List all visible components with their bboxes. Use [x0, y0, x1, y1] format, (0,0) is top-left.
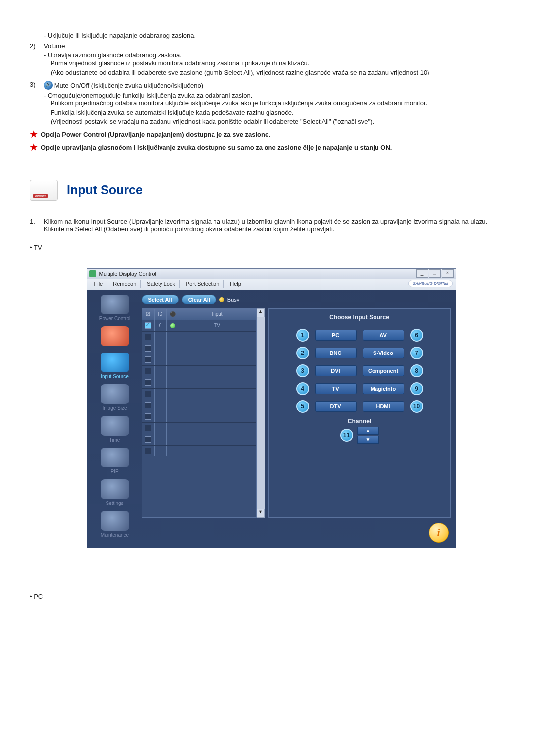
row-checkbox[interactable]	[145, 391, 151, 397]
grid-header: ☑ ID ⚫ Input	[142, 309, 256, 320]
pip-icon	[101, 448, 129, 467]
clear-all-button[interactable]: Clear All	[182, 295, 216, 304]
time-icon	[101, 416, 129, 436]
channel-down-button[interactable]: ▼	[357, 436, 379, 444]
item2-body2: (Ako odustanete od odabira ili odaberete…	[30, 68, 513, 78]
grid-row[interactable]	[142, 343, 256, 354]
note-1: ★ Opcija Power Control (Upravljanje napa…	[30, 130, 513, 140]
mute-icon	[44, 81, 53, 90]
image-size-icon	[101, 384, 129, 404]
row-checkbox[interactable]	[145, 425, 151, 431]
row-checkbox[interactable]	[145, 322, 151, 329]
close-button[interactable]: ×	[442, 269, 454, 278]
item-2: 2) Volume	[30, 42, 513, 50]
menu-safety-lock[interactable]: Safety Lock	[143, 280, 179, 288]
row-checkbox[interactable]	[145, 345, 151, 352]
source-component-button[interactable]: Component	[363, 365, 404, 376]
grid-row[interactable]	[142, 331, 256, 343]
section-title: Input Source	[67, 183, 143, 197]
col-status: ⚫	[167, 309, 179, 320]
col-input: Input	[179, 309, 256, 320]
app-icon	[89, 270, 96, 277]
source-bnc-button[interactable]: BNC	[315, 348, 357, 358]
busy-indicator: Busy	[219, 297, 239, 302]
row-checkbox[interactable]	[145, 413, 151, 420]
info-icon[interactable]: i	[429, 523, 449, 543]
source-svideo-button[interactable]: S-Video	[363, 348, 404, 358]
sidebar-label: Image Size	[92, 405, 138, 411]
sidebar-item-settings[interactable]: Settings	[92, 479, 138, 509]
callout-7: 7	[410, 347, 423, 359]
grid-row[interactable]	[142, 365, 256, 377]
note1-text: Opcija Power Control (Upravljanje napaja…	[41, 130, 513, 140]
minimize-button[interactable]: _	[416, 269, 428, 278]
busy-label: Busy	[227, 297, 239, 302]
sidebar-label: PIP	[92, 469, 138, 474]
menu-remocon[interactable]: Remocon	[109, 280, 141, 288]
menu-port-selection[interactable]: Port Selection	[182, 280, 224, 288]
item2-dash-text: - Upravlja razinom glasnoće odabranog za…	[44, 51, 182, 59]
row-checkbox[interactable]	[145, 356, 151, 363]
grid-container: ☑ ID ⚫ Input 0 TV	[142, 308, 265, 518]
row-id: 0	[155, 320, 167, 331]
callout-3: 3	[296, 364, 309, 377]
item1-dash: - Uključuje ili isključuje napajanje oda…	[30, 32, 513, 39]
col-id: ID	[155, 309, 167, 320]
monitor-grid: ☑ ID ⚫ Input 0 TV	[142, 308, 257, 518]
grid-row-0[interactable]: 0 TV	[142, 320, 256, 331]
row-checkbox[interactable]	[145, 448, 151, 454]
source-magicinfo-button[interactable]: MagicInfo	[363, 383, 404, 394]
scroll-up-button[interactable]: ▲	[257, 308, 265, 317]
item2-body1: Prima vrijednost glasnoće iz postavki mo…	[30, 59, 513, 68]
note-2: ★ Opcije upravljanja glasnoćom i isključ…	[30, 143, 513, 152]
grid-row[interactable]	[142, 422, 256, 434]
sidebar-item-pip[interactable]: PIP	[92, 448, 138, 477]
callout-10: 10	[410, 400, 423, 413]
sidebar-item-input-source[interactable]: Input Source	[92, 353, 138, 382]
grid-row[interactable]	[142, 434, 256, 445]
ol-1: 1. Klikom na ikonu Input Source (Upravlj…	[30, 218, 513, 233]
source-tv-button[interactable]: TV	[315, 383, 357, 394]
grid-scrollbar[interactable]: ▲ ▼	[257, 308, 265, 518]
menu-file[interactable]: File	[90, 280, 107, 288]
panel-title: Choose Input Source	[275, 314, 444, 321]
power-icon	[101, 295, 129, 314]
callout-2: 2	[296, 347, 309, 359]
row-checkbox[interactable]	[145, 368, 151, 374]
scroll-down-button[interactable]: ▼	[257, 509, 265, 518]
channel-up-button[interactable]: ▲	[357, 427, 379, 435]
menu-help[interactable]: Help	[226, 280, 245, 288]
sidebar-item-image-size[interactable]: Image Size	[92, 384, 138, 414]
row-checkbox[interactable]	[145, 436, 151, 443]
sidebar-item-time[interactable]: Time	[92, 416, 138, 446]
grid-row[interactable]	[142, 400, 256, 411]
source-hdmi-button[interactable]: HDMI	[363, 401, 404, 412]
source-av-button[interactable]: AV	[363, 330, 404, 341]
grid-row[interactable]	[142, 388, 256, 400]
app-window: Multiple Display Control _ □ × File Remo…	[87, 268, 456, 548]
window-controls: _ □ ×	[416, 269, 454, 278]
sidebar-item-maintenance[interactable]: Maintenance	[92, 511, 138, 541]
row-checkbox[interactable]	[145, 334, 151, 340]
sidebar-item-anynet[interactable]	[92, 326, 138, 351]
sidebar-item-power-control[interactable]: Power Control	[92, 295, 138, 324]
select-all-button[interactable]: Select All	[142, 295, 179, 304]
maximize-button[interactable]: □	[429, 269, 441, 278]
row-checkbox[interactable]	[145, 379, 151, 386]
grid-row[interactable]	[142, 445, 256, 456]
grid-row[interactable]	[142, 354, 256, 365]
sidebar-label: Time	[92, 437, 138, 443]
item2-dash: - Upravlja razinom glasnoće odabranog za…	[30, 51, 513, 59]
star-icon: ★	[30, 143, 41, 152]
grid-row[interactable]	[142, 377, 256, 388]
source-dtv-button[interactable]: DTV	[315, 401, 357, 412]
bullet-tv: TV	[30, 244, 513, 251]
row-checkbox[interactable]	[145, 402, 151, 408]
source-pc-button[interactable]: PC	[315, 330, 357, 341]
grid-row[interactable]	[142, 411, 256, 422]
busy-dot-icon	[219, 297, 224, 302]
item-3: 3) Mute On/Off (Isključenje zvuka uključ…	[30, 81, 513, 90]
sidebar-label: Maintenance	[92, 532, 138, 538]
sidebar-label: Input Source	[92, 374, 138, 379]
source-dvi-button[interactable]: DVI	[315, 365, 357, 376]
